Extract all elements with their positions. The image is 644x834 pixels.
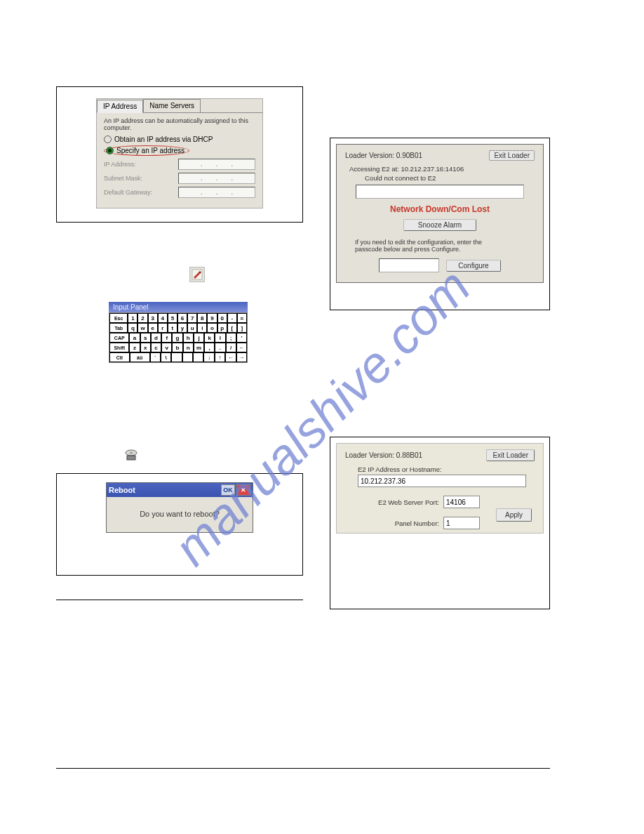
key-y[interactable]: y <box>177 323 187 333</box>
key-1[interactable]: 1 <box>128 313 137 323</box>
apply-button[interactable]: Apply <box>496 508 532 522</box>
key-shift[interactable]: Shift <box>109 343 129 352</box>
key-i[interactable]: i <box>197 323 207 333</box>
key-g[interactable]: g <box>172 333 182 343</box>
key-semicolon[interactable]: ; <box>226 333 236 343</box>
passcode-input[interactable] <box>379 258 439 272</box>
tab-ip-address[interactable]: IP Address <box>97 100 143 113</box>
key-s[interactable]: s <box>140 333 151 343</box>
gateway-input[interactable] <box>178 187 255 198</box>
ok-button[interactable]: OK <box>221 484 235 496</box>
key-w[interactable]: w <box>137 323 147 333</box>
key-e[interactable]: e <box>148 323 158 333</box>
key-tab[interactable]: Tab <box>109 323 128 333</box>
key-9[interactable]: 9 <box>207 313 217 323</box>
key-n[interactable]: n <box>183 343 194 352</box>
radio-specify-row[interactable]: Specify an IP address <box>104 145 255 156</box>
key-minus[interactable]: - <box>227 313 237 323</box>
key-7[interactable]: 7 <box>187 313 197 323</box>
key-j[interactable]: j <box>194 333 204 343</box>
key-r[interactable]: r <box>158 323 168 333</box>
key-down[interactable]: ↓ <box>203 352 214 362</box>
key-3[interactable]: 3 <box>148 313 158 323</box>
key-o[interactable]: o <box>207 323 217 333</box>
key-backspace[interactable]: ← <box>236 343 247 352</box>
key-esc[interactable]: Esc <box>109 313 128 323</box>
key-k[interactable]: k <box>204 333 215 343</box>
key-space3[interactable] <box>193 352 203 362</box>
key-t[interactable]: t <box>168 323 177 333</box>
exit-loader-button-2[interactable]: Exit Loader <box>486 449 535 461</box>
key-slash[interactable]: / <box>226 343 236 352</box>
disc-icon <box>123 447 139 463</box>
key-c[interactable]: c <box>151 343 161 352</box>
ip-address-input[interactable] <box>178 159 255 170</box>
key-right[interactable]: → <box>236 352 247 362</box>
key-8[interactable]: 8 <box>197 313 207 323</box>
figure-ip-settings: IP Address Name Servers An IP address ca… <box>56 86 303 223</box>
pencil-icon <box>192 269 203 280</box>
key-h[interactable]: h <box>183 333 194 343</box>
figure-reboot: Reboot OK ✕ Do you want to reboot? <box>56 473 303 576</box>
reboot-dialog: Reboot OK ✕ Do you want to reboot? <box>106 482 253 533</box>
key-caps[interactable]: CAP <box>109 333 129 343</box>
key-up[interactable]: ↑ <box>215 352 225 362</box>
loader2-version-text: Loader Version: 0.88B01 <box>345 451 422 459</box>
key-q[interactable]: q <box>128 323 137 333</box>
key-lbracket[interactable]: [ <box>227 323 237 333</box>
key-l[interactable]: l <box>215 333 225 343</box>
exit-loader-button[interactable]: Exit Loader <box>489 150 535 161</box>
keyboard-title: Input Panel <box>109 302 248 312</box>
key-d[interactable]: d <box>151 333 161 343</box>
radio-dhcp-row[interactable]: Obtain an IP address via DHCP <box>104 135 255 143</box>
snooze-alarm-button[interactable]: Snooze Alarm <box>403 219 476 231</box>
key-f[interactable]: f <box>161 333 172 343</box>
tab-name-servers[interactable]: Name Servers <box>143 99 201 112</box>
host-input[interactable] <box>358 475 526 487</box>
key-2[interactable]: 2 <box>137 313 147 323</box>
key-5[interactable]: 5 <box>168 313 177 323</box>
cd-rom-icon[interactable] <box>123 447 139 463</box>
edit-icon[interactable] <box>189 267 205 282</box>
radio-specify-label: Specify an IP address <box>116 147 185 154</box>
key-0[interactable]: 0 <box>217 313 227 323</box>
figure-loader-config: Loader Version: 0.88B01 Exit Loader E2 I… <box>330 437 550 609</box>
divider <box>56 600 303 600</box>
configure-button[interactable]: Configure <box>446 260 500 272</box>
config-note-text: If you need to edit the configuration, e… <box>355 239 509 253</box>
key-u[interactable]: u <box>187 323 197 333</box>
ip-description: An IP address can be automatically assig… <box>104 117 255 131</box>
key-v[interactable]: v <box>161 343 172 352</box>
radio-unchecked-icon <box>104 135 112 143</box>
key-space1[interactable] <box>171 352 182 362</box>
key-z[interactable]: z <box>129 343 140 352</box>
key-equals[interactable]: = <box>237 313 247 323</box>
close-button[interactable]: ✕ <box>236 484 250 496</box>
key-4[interactable]: 4 <box>158 313 168 323</box>
gateway-label: Default Gateway: <box>104 189 152 196</box>
could-not-connect-text: Could not connect to E2 <box>365 174 535 182</box>
key-left[interactable]: ← <box>225 352 236 362</box>
status-textbox[interactable] <box>356 185 524 199</box>
key-intl[interactable]: áü <box>130 352 150 362</box>
key-b[interactable]: b <box>172 343 182 352</box>
key-backslash[interactable]: \ <box>161 352 171 362</box>
key-6[interactable]: 6 <box>177 313 187 323</box>
key-backtick[interactable]: ` <box>150 352 161 362</box>
panel-number-input[interactable] <box>443 517 480 529</box>
subnet-mask-input[interactable] <box>178 173 255 184</box>
key-a[interactable]: a <box>129 333 140 343</box>
loader-config-panel: Loader Version: 0.88B01 Exit Loader E2 I… <box>336 443 544 534</box>
key-quote[interactable]: ' <box>236 333 247 343</box>
key-space2[interactable] <box>182 352 193 362</box>
port-input[interactable] <box>443 496 480 508</box>
key-rbracket[interactable]: ] <box>237 323 247 333</box>
key-comma[interactable]: , <box>204 343 215 352</box>
key-x[interactable]: x <box>140 343 151 352</box>
key-period[interactable]: . <box>215 343 225 352</box>
key-ctrl[interactable]: Ctl <box>109 352 130 362</box>
ip-address-label: IP Address: <box>104 161 136 168</box>
tab-strip: IP Address Name Servers <box>97 99 262 113</box>
key-m[interactable]: m <box>194 343 204 352</box>
key-p[interactable]: p <box>217 323 227 333</box>
